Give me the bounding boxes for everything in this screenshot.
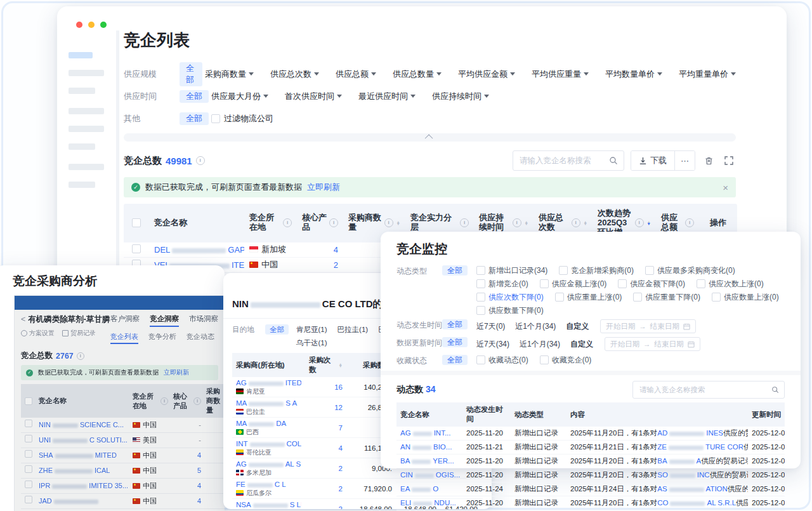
info-icon[interactable] — [572, 218, 580, 227]
competitor-name-link[interactable]: ZHEICAL — [36, 463, 130, 478]
info-icon[interactable] — [685, 218, 694, 227]
sort-icon[interactable]: ▲▼ — [647, 221, 651, 225]
sidebar-item[interactable] — [69, 70, 104, 76]
competitor-name-link[interactable]: CINOGIS... — [396, 468, 462, 482]
subtab-competition-analysis[interactable]: 竞争分析 — [148, 332, 176, 344]
buyer-name-link[interactable]: INTCOLO... — [236, 440, 301, 448]
buyer-name-link[interactable]: MAS A — [236, 399, 301, 408]
filter-all-chip[interactable]: 全部 — [442, 337, 468, 347]
refresh-now-link[interactable]: 立即刷新 — [164, 368, 189, 377]
buyer-name-link[interactable]: AGAL SRL — [236, 460, 301, 468]
type-option[interactable]: 供应数量下降(0) — [476, 305, 544, 315]
filter-dropdown[interactable]: 供应总次数 — [270, 69, 319, 80]
search-icon[interactable] — [771, 386, 779, 394]
search-input[interactable] — [638, 385, 771, 394]
sidebar-item[interactable] — [69, 88, 95, 94]
subtab-competitor-list[interactable]: 竞企列表 — [110, 332, 138, 344]
sort-icon[interactable]: ▲▼ — [339, 363, 343, 368]
filter-all-chip[interactable]: 全部 — [442, 265, 468, 275]
info-icon[interactable] — [77, 352, 84, 360]
quick-range-option[interactable]: 近7天(0) — [476, 321, 505, 331]
select-all-checkbox[interactable] — [132, 218, 141, 227]
date-range-picker[interactable]: 开始日期→结束日期 — [600, 319, 696, 333]
trade-records-link[interactable]: 贸易记录 — [62, 329, 96, 338]
date-range-picker[interactable]: 开始日期→结束日期 — [605, 337, 700, 351]
quick-range-option[interactable]: 近1个月(34) — [515, 321, 556, 331]
competitor-name-link[interactable]: ANBIO... — [396, 441, 462, 454]
filter-dropdown[interactable]: 平均供应重量 — [532, 69, 589, 80]
custom-range-label[interactable]: 自定义 — [566, 321, 589, 331]
filter-dropdown[interactable]: 供应持续时间 — [432, 91, 489, 102]
tab-customer-insight[interactable]: 客户洞察 — [110, 314, 140, 327]
close-window-icon[interactable] — [76, 22, 82, 28]
competitor-name-link[interactable]: NINSCIENCE C... — [36, 418, 130, 432]
type-option[interactable]: 新增出口记录(34) — [476, 265, 547, 275]
type-option[interactable]: 供应次数上涨(0) — [697, 279, 764, 289]
info-icon[interactable] — [329, 218, 338, 227]
type-option[interactable]: 供应重量上涨(0) — [555, 292, 622, 302]
info-icon[interactable] — [196, 156, 205, 165]
destination-option[interactable]: 肯尼亚(1) — [296, 324, 327, 335]
row-checkbox[interactable] — [25, 420, 32, 427]
tab-competitor-insight[interactable]: 竞企洞察 — [150, 314, 179, 327]
core-product-count[interactable]: 4 — [297, 243, 343, 256]
filter-dropdown[interactable]: 采购商数量 — [205, 69, 254, 80]
tab-market-insight[interactable]: 市场洞察 — [189, 314, 218, 327]
row-checkbox[interactable] — [25, 496, 32, 503]
type-option[interactable]: 供应金额下降(0) — [618, 279, 685, 289]
custom-range-label[interactable]: 自定义 — [570, 339, 593, 349]
info-icon[interactable] — [193, 397, 201, 405]
sidebar-item[interactable] — [69, 182, 95, 188]
competitor-name-link[interactable]: ELINDU... — [396, 496, 462, 510]
filter-all-chip[interactable]: 全部 — [180, 62, 202, 86]
subtab-competitor-activity[interactable]: 竞企动态 — [187, 332, 214, 344]
row-checkbox[interactable] — [25, 481, 32, 488]
collapse-filters-bar[interactable] — [124, 133, 736, 142]
filter-all-chip[interactable]: 全部 — [442, 319, 468, 329]
competitor-name-link[interactable]: IPRIMITED 35... — [36, 479, 130, 493]
refresh-now-link[interactable]: 立即刷新 — [307, 182, 340, 193]
back-chevron-icon[interactable]: < — [21, 315, 25, 324]
favorite-option[interactable]: 收藏动态(0) — [476, 355, 528, 365]
more-actions-button[interactable]: ⋯ — [674, 151, 695, 170]
info-icon[interactable] — [513, 218, 521, 227]
info-icon[interactable] — [283, 218, 292, 227]
competitor-name-link[interactable]: SHAMITED — [36, 448, 130, 463]
filter-logistics-checkbox[interactable]: 过滤物流公司 — [211, 113, 273, 124]
search-input[interactable] — [518, 156, 608, 166]
filter-dropdown[interactable]: 平均供应金额 — [458, 69, 515, 80]
favorite-option[interactable]: 收藏竞企(0) — [540, 355, 592, 365]
sort-icon[interactable]: ▲▼ — [396, 221, 400, 225]
info-icon[interactable] — [160, 397, 168, 405]
competitor-name-link[interactable]: AGINT... — [396, 427, 462, 440]
fullscreen-icon[interactable] — [722, 154, 736, 168]
core-product-count[interactable]: 2 — [297, 258, 343, 272]
row-checkbox[interactable] — [25, 450, 32, 458]
destination-option[interactable]: 乌干达(1) — [296, 338, 327, 348]
buyer-name-link[interactable]: NSAS LI... — [236, 501, 301, 509]
sort-icon[interactable]: ▲▼ — [584, 221, 587, 225]
buyer-name-link[interactable]: FEC L — [236, 481, 301, 489]
quick-range-option[interactable]: 近1个月(34) — [520, 339, 560, 349]
type-option[interactable]: 新增竞企(0) — [476, 279, 528, 289]
sidebar-item[interactable] — [69, 143, 95, 150]
filter-dropdown[interactable]: 首次供应时间 — [285, 91, 342, 102]
type-option[interactable]: 供应金额上涨(0) — [540, 279, 607, 289]
scheme-settings-link[interactable]: 方案设置 — [21, 329, 55, 338]
filter-all-chip[interactable]: 全部 — [442, 355, 468, 365]
close-alert-icon[interactable] — [723, 182, 728, 193]
purchase-times[interactable]: 16 — [305, 382, 346, 392]
row-checkbox[interactable] — [25, 435, 32, 442]
row-checkbox[interactable] — [25, 465, 32, 473]
select-all-checkbox[interactable] — [25, 397, 32, 405]
type-option-active[interactable]: 供应次数下降(0) — [476, 292, 544, 302]
quick-range-option[interactable]: 近7天(34) — [476, 339, 509, 349]
type-option[interactable]: 供应最多采购商变化(0) — [645, 265, 735, 275]
buyer-name-link[interactable]: AGITED — [236, 379, 301, 387]
filter-all-chip[interactable]: 全部 — [180, 112, 209, 125]
minimize-window-icon[interactable] — [88, 22, 95, 28]
filter-all-chip[interactable]: 全部 — [180, 90, 209, 103]
sidebar-item[interactable] — [69, 126, 104, 132]
row-checkbox[interactable] — [132, 244, 141, 253]
type-option[interactable]: 供应数量上涨(0) — [712, 292, 779, 302]
